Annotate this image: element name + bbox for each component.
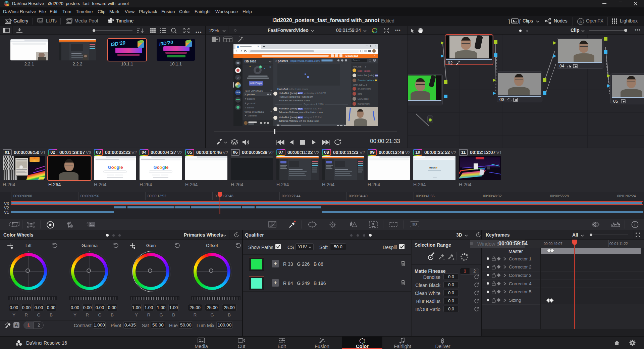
- svg-text:fx: fx: [579, 20, 582, 23]
